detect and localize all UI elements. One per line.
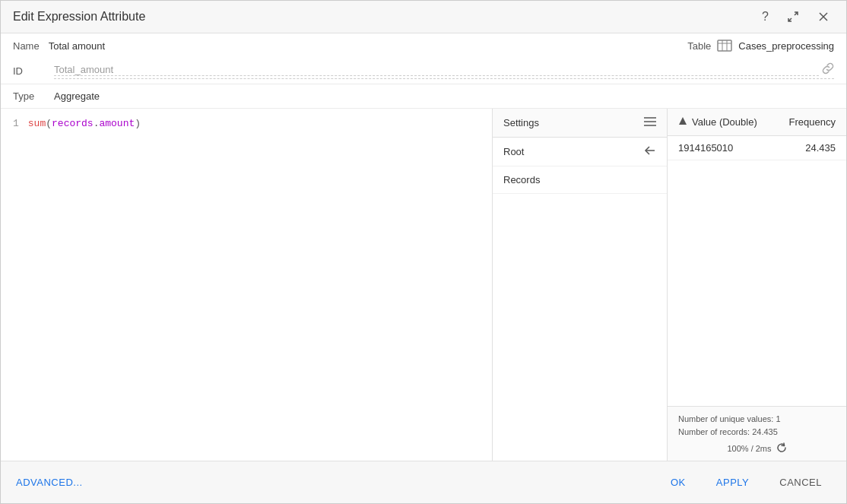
table-section: Table Cases_preprocessing bbox=[687, 40, 834, 52]
svg-rect-2 bbox=[718, 40, 731, 51]
hamburger-icon bbox=[644, 116, 656, 127]
code-keyword: sum bbox=[28, 118, 46, 129]
settings-arrow-root bbox=[644, 145, 656, 158]
advanced-button[interactable]: ADVANCED... bbox=[13, 471, 86, 494]
svg-marker-10 bbox=[679, 117, 687, 125]
dialog: Edit Expression Attribute ? Name Table bbox=[0, 0, 847, 504]
settings-menu-icon[interactable] bbox=[644, 116, 656, 129]
name-section: Name bbox=[13, 40, 657, 52]
preview-row-value: 1914165010 bbox=[678, 142, 805, 154]
expand-button[interactable] bbox=[782, 9, 804, 24]
preview-col-frequency: Frequency bbox=[789, 116, 836, 128]
code-editor[interactable]: 1sum(records.amount) bbox=[1, 109, 492, 461]
id-row: ID bbox=[1, 58, 846, 84]
type-label: Type bbox=[13, 90, 36, 102]
footer-right: OK APPLY CANCEL bbox=[658, 471, 834, 494]
dialog-footer: ADVANCED... OK APPLY CANCEL bbox=[1, 461, 846, 503]
code-close-paren: ) bbox=[135, 118, 141, 129]
id-input[interactable] bbox=[54, 64, 819, 76]
preview-row-frequency: 24.435 bbox=[805, 142, 836, 154]
sort-asc-icon bbox=[678, 116, 687, 125]
preview-timing-text: 100% / 2ms bbox=[727, 444, 771, 453]
apply-button[interactable]: APPLY bbox=[704, 471, 761, 494]
id-field-wrapper bbox=[54, 62, 834, 79]
preview-row: 1914165010 24.435 bbox=[668, 136, 846, 160]
preview-stat-unique: Number of unique values: 1 bbox=[678, 413, 836, 426]
type-value: Aggregate bbox=[54, 90, 100, 102]
settings-item-records[interactable]: Records bbox=[493, 166, 667, 194]
code-field2: amount bbox=[99, 118, 135, 129]
settings-item-root-label: Root bbox=[503, 146, 524, 157]
preview-stat-records: Number of records: 24.435 bbox=[678, 426, 836, 439]
table-label: Table bbox=[687, 40, 711, 52]
id-label: ID bbox=[13, 65, 36, 77]
preview-timing-row: 100% / 2ms bbox=[678, 442, 836, 455]
settings-item-root[interactable]: Root bbox=[493, 138, 667, 166]
settings-title: Settings bbox=[503, 117, 539, 128]
link-icon[interactable] bbox=[822, 62, 834, 77]
refresh-svg bbox=[776, 442, 787, 453]
ok-button[interactable]: OK bbox=[658, 471, 698, 494]
table-icon bbox=[717, 40, 732, 52]
footer-left: ADVANCED... bbox=[13, 471, 86, 494]
settings-header: Settings bbox=[493, 109, 667, 138]
main-content: 1sum(records.amount) Settings Root bbox=[1, 109, 846, 461]
type-row: Type Aggregate bbox=[1, 84, 846, 109]
settings-item-records-label: Records bbox=[503, 174, 540, 185]
preview-data: 1914165010 24.435 bbox=[668, 136, 846, 406]
expand-icon bbox=[787, 11, 799, 23]
sort-icon bbox=[678, 116, 687, 128]
preview-footer: Number of unique values: 1 Number of rec… bbox=[668, 406, 846, 461]
code-field1: records bbox=[52, 118, 94, 129]
arrow-left-icon bbox=[644, 145, 656, 156]
settings-panel: Settings Root bbox=[493, 109, 668, 461]
close-button[interactable] bbox=[813, 9, 834, 24]
dialog-title: Edit Expression Attribute bbox=[13, 10, 145, 24]
help-button[interactable]: ? bbox=[757, 8, 773, 25]
close-icon bbox=[817, 11, 830, 23]
name-table-row: Name Table Cases_preprocessing bbox=[1, 33, 846, 58]
cancel-button[interactable]: CANCEL bbox=[767, 471, 834, 494]
preview-col-value: Value (Double) bbox=[692, 116, 785, 128]
header-actions: ? bbox=[757, 8, 834, 25]
preview-panel: Value (Double) Frequency 1914165010 24.4… bbox=[668, 109, 846, 461]
line-number: 1 bbox=[13, 118, 19, 129]
refresh-icon[interactable] bbox=[776, 442, 787, 455]
table-name: Cases_preprocessing bbox=[738, 40, 834, 52]
dialog-header: Edit Expression Attribute ? bbox=[1, 1, 846, 33]
preview-header: Value (Double) Frequency bbox=[668, 109, 846, 136]
editor-panel: 1sum(records.amount) bbox=[1, 109, 493, 461]
code-open-paren: ( bbox=[46, 118, 52, 129]
name-input[interactable] bbox=[49, 40, 658, 52]
name-label: Name bbox=[13, 40, 40, 52]
